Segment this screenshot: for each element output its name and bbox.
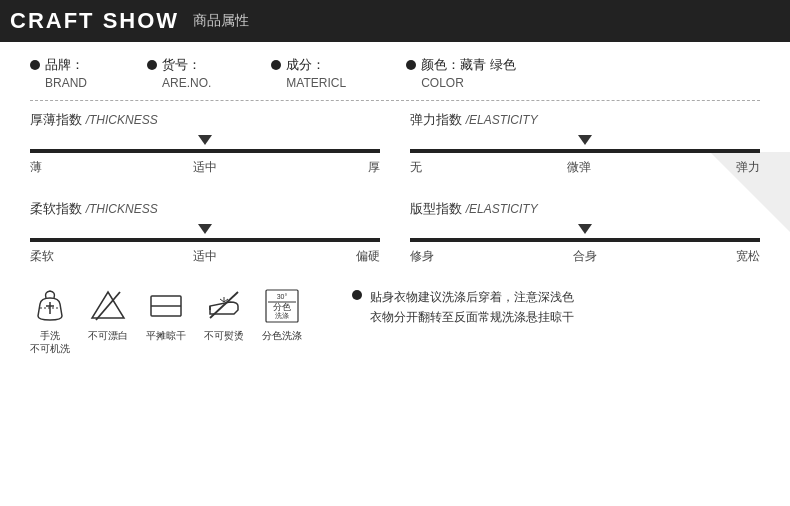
elasticity-label-full: 弹力: [736, 159, 760, 176]
header: CRAFT SHOW 商品属性: [0, 0, 790, 42]
elasticity-pointer: [578, 135, 592, 145]
attr-color-label-en: COLOR: [421, 76, 464, 90]
section-gap-1: [30, 182, 760, 200]
attr-brand-label-en: BRAND: [45, 76, 87, 90]
softness-track: [30, 238, 380, 242]
attr-color: 颜色：藏青 绿色 COLOR: [406, 56, 516, 90]
care-note: 贴身衣物建议洗涤后穿着，注意深浅色衣物分开翻转至反面常规洗涤悬挂晾干: [352, 287, 760, 328]
attr-material-label-en: MATERICL: [286, 76, 346, 90]
care-handwash: 手洗不可机洗: [30, 287, 70, 355]
no-bleach-icon: [89, 287, 127, 325]
indicator-softness-cn: 柔软指数: [30, 201, 82, 216]
thickness-labels: 薄 适中 厚: [30, 159, 380, 176]
handwash-label: 手洗不可机洗: [30, 329, 70, 355]
svg-text:分色: 分色: [273, 302, 291, 312]
attr-color-label-cn: 颜色：藏青 绿色: [421, 56, 516, 74]
indicator-thickness: 厚薄指数 /THICKNESS 薄 适中 厚: [30, 111, 410, 182]
indicator-thickness-en: /THICKNESS: [86, 113, 158, 127]
softness-pointer: [198, 224, 212, 234]
indicators-row2: 柔软指数 /THICKNESS 柔软 适中 偏硬 版型指数 /ELASTICIT…: [30, 200, 760, 271]
note-text: 贴身衣物建议洗涤后穿着，注意深浅色衣物分开翻转至反面常规洗涤悬挂晾干: [370, 287, 574, 328]
indicator-softness-en: /THICKNESS: [86, 202, 158, 216]
care-no-iron: 不可熨烫: [204, 287, 244, 342]
bottom-section: 手洗不可机洗 不可漂白: [30, 287, 760, 355]
elasticity-track: [410, 149, 760, 153]
softness-label-soft: 柔软: [30, 248, 54, 265]
brand-title-cn: 商品属性: [193, 12, 249, 30]
svg-text:30°: 30°: [277, 293, 288, 300]
elasticity-label-slight: 微弹: [567, 159, 591, 176]
attributes-row: 品牌： BRAND 货号： ARE.NO. 成分： MATERICL 颜色：藏青…: [30, 56, 760, 101]
thickness-pointer: [198, 135, 212, 145]
fit-labels: 修身 合身 宽松: [410, 248, 760, 265]
attr-brand-label-cn: 品牌：: [45, 56, 84, 74]
no-bleach-label: 不可漂白: [88, 329, 128, 342]
indicator-elasticity: 弹力指数 /ELASTICITY 无 微弹 弹力: [410, 111, 760, 182]
attr-brand: 品牌： BRAND: [30, 56, 87, 90]
attr-dot: [30, 60, 40, 70]
attr-material: 成分： MATERICL: [271, 56, 346, 90]
svg-text:洗涤: 洗涤: [275, 312, 289, 319]
indicator-fit: 版型指数 /ELASTICITY 修身 合身 宽松: [410, 200, 760, 271]
indicator-elasticity-title: 弹力指数 /ELASTICITY: [410, 111, 760, 129]
main-content: 品牌： BRAND 货号： ARE.NO. 成分： MATERICL 颜色：藏青…: [0, 42, 790, 365]
flat-dry-label: 平摊晾干: [146, 329, 186, 342]
elasticity-labels: 无 微弹 弹力: [410, 159, 760, 176]
attr-dot: [406, 60, 416, 70]
no-iron-icon: [205, 287, 243, 325]
attr-dot: [147, 60, 157, 70]
fit-label-regular: 合身: [573, 248, 597, 265]
indicator-thickness-cn: 厚薄指数: [30, 112, 82, 127]
fit-track: [410, 238, 760, 242]
separate-wash-label: 分色洗涤: [262, 329, 302, 342]
indicator-fit-title: 版型指数 /ELASTICITY: [410, 200, 760, 218]
note-dot: [352, 290, 362, 300]
indicator-thickness-title: 厚薄指数 /THICKNESS: [30, 111, 380, 129]
attr-areno-label-cn: 货号：: [162, 56, 201, 74]
thickness-label-mid: 适中: [193, 159, 217, 176]
indicator-softness-title: 柔软指数 /THICKNESS: [30, 200, 380, 218]
indicator-softness: 柔软指数 /THICKNESS 柔软 适中 偏硬: [30, 200, 410, 271]
thickness-label-thick: 厚: [368, 159, 380, 176]
elasticity-label-none: 无: [410, 159, 422, 176]
softness-slider: 柔软 适中 偏硬: [30, 238, 380, 265]
care-separate-wash: 分色 洗涤 30° 分色洗涤: [262, 287, 302, 342]
separate-wash-icon: 分色 洗涤 30°: [263, 287, 301, 325]
care-flat-dry: 平摊晾干: [146, 287, 186, 342]
fit-label-slim: 修身: [410, 248, 434, 265]
softness-label-mid: 适中: [193, 248, 217, 265]
indicators-row1: 厚薄指数 /THICKNESS 薄 适中 厚 弹力指数 /ELASTICITY: [30, 111, 760, 182]
attr-material-label-cn: 成分：: [286, 56, 325, 74]
thickness-slider: 薄 适中 厚: [30, 149, 380, 176]
attr-areno-label-en: ARE.NO.: [162, 76, 211, 90]
brand-title-en: CRAFT SHOW: [10, 8, 179, 34]
attr-dot: [271, 60, 281, 70]
fit-slider: 修身 合身 宽松: [410, 238, 760, 265]
flat-dry-icon: [147, 287, 185, 325]
softness-labels: 柔软 适中 偏硬: [30, 248, 380, 265]
indicator-fit-cn: 版型指数: [410, 201, 462, 216]
care-icons-group: 手洗不可机洗 不可漂白: [30, 287, 302, 355]
handwash-icon: [31, 287, 69, 325]
attr-areno: 货号： ARE.NO.: [147, 56, 211, 90]
fit-label-loose: 宽松: [736, 248, 760, 265]
no-iron-label: 不可熨烫: [204, 329, 244, 342]
thickness-label-thin: 薄: [30, 159, 42, 176]
indicator-fit-en: /ELASTICITY: [466, 202, 538, 216]
thickness-track: [30, 149, 380, 153]
indicator-elasticity-en: /ELASTICITY: [466, 113, 538, 127]
elasticity-slider: 无 微弹 弹力: [410, 149, 760, 176]
softness-label-stiff: 偏硬: [356, 248, 380, 265]
indicator-elasticity-cn: 弹力指数: [410, 112, 462, 127]
fit-pointer: [578, 224, 592, 234]
svg-line-5: [220, 299, 224, 302]
care-no-bleach: 不可漂白: [88, 287, 128, 342]
